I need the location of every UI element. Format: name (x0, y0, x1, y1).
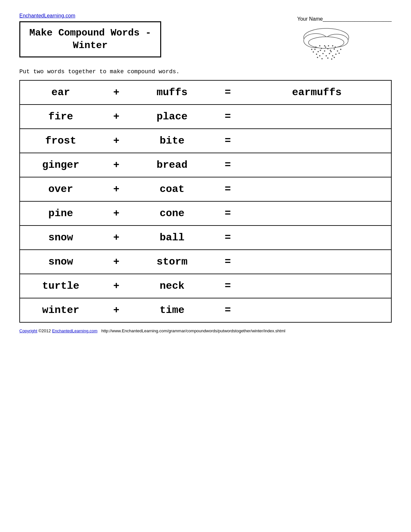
svg-point-9 (330, 51, 332, 52)
equals-cell: = (213, 177, 243, 201)
result-cell (243, 201, 391, 226)
word2-cell: neck (131, 274, 213, 298)
plus-cell: + (102, 201, 131, 226)
equals-cell: = (213, 201, 243, 226)
word2-cell: place (131, 105, 213, 129)
svg-point-16 (329, 53, 330, 54)
plus-cell: + (102, 177, 131, 201)
svg-point-25 (335, 46, 336, 48)
table-row: winter+time= (20, 298, 391, 322)
table-row: ginger+bread= (20, 153, 391, 177)
word2-cell: time (131, 298, 213, 322)
compound-table: ear+muffs=earmuffsfire+place=frost+bite=… (19, 80, 392, 323)
svg-point-23 (325, 46, 326, 48)
result-cell (243, 226, 391, 250)
result-cell: earmuffs (243, 80, 391, 105)
svg-point-7 (324, 50, 325, 52)
result-cell (243, 298, 391, 322)
title-box: Make Compound Words - Winter (19, 21, 161, 57)
word1-cell: winter (20, 298, 102, 322)
svg-point-8 (327, 48, 328, 49)
word1-cell: fire (20, 105, 102, 129)
title-line2: Winter (73, 40, 108, 51)
word1-cell: turtle (20, 274, 102, 298)
svg-point-18 (335, 54, 337, 55)
table-row: over+coat= (20, 177, 391, 201)
result-cell (243, 177, 391, 201)
word1-cell: snow (20, 226, 102, 250)
table-row: pine+cone= (20, 201, 391, 226)
footer-url: http://www.EnchantedLearning.com/grammar… (101, 328, 285, 333)
word2-cell: ball (131, 226, 213, 250)
word2-cell: bite (131, 129, 213, 153)
svg-point-20 (338, 53, 340, 54)
word2-cell: storm (131, 250, 213, 274)
svg-point-35 (332, 45, 333, 46)
plus-cell: + (102, 129, 131, 153)
word2-cell: cone (131, 201, 213, 226)
svg-point-32 (331, 58, 332, 60)
word1-cell: frost (20, 129, 102, 153)
svg-point-22 (330, 50, 331, 51)
equals-cell: = (213, 105, 243, 129)
word2-cell: coat (131, 177, 213, 201)
table-row: turtle+neck= (20, 274, 391, 298)
title-text: Make Compound Words - Winter (29, 27, 151, 52)
result-cell (243, 153, 391, 177)
svg-point-29 (327, 57, 328, 59)
word1-cell: ear (20, 80, 102, 105)
table-row: fire+place= (20, 105, 391, 129)
table-row: snow+storm= (20, 250, 391, 274)
footer-copyright: Copyright ©2012 EnchantedLearning.com (19, 328, 97, 333)
footer-site-link[interactable]: EnchantedLearning.com (52, 328, 97, 333)
word2-cell: bread (131, 153, 213, 177)
equals-cell: = (213, 250, 243, 274)
word2-cell: muffs (131, 80, 213, 105)
site-link-top[interactable]: EnchantedLearning.com (19, 13, 75, 19)
svg-point-10 (334, 48, 335, 50)
svg-point-34 (328, 45, 329, 46)
equals-cell: = (213, 153, 243, 177)
cloud-image (297, 25, 355, 61)
result-cell (243, 105, 391, 129)
footer: Copyright ©2012 EnchantedLearning.com ht… (19, 328, 392, 333)
svg-point-28 (317, 57, 318, 58)
svg-point-12 (316, 54, 317, 55)
table-row: ear+muffs=earmuffs (20, 80, 391, 105)
plus-cell: + (102, 250, 131, 274)
footer-copyright-link[interactable]: Copyright (19, 328, 37, 333)
result-cell (243, 250, 391, 274)
word1-cell: snow (20, 250, 102, 274)
svg-point-11 (337, 50, 338, 52)
svg-point-3 (308, 37, 344, 48)
svg-point-21 (320, 50, 321, 51)
svg-point-15 (326, 55, 327, 56)
plus-cell: + (102, 274, 131, 298)
your-name-line: Your Name________________________ (297, 16, 392, 22)
instruction-text: Put two words together to make compound … (19, 68, 392, 75)
svg-point-6 (321, 48, 322, 49)
table-row: snow+ball= (20, 226, 391, 250)
equals-cell: = (213, 274, 243, 298)
svg-point-19 (313, 51, 314, 53)
plus-cell: + (102, 153, 131, 177)
word1-cell: over (20, 177, 102, 201)
svg-point-4 (314, 49, 316, 50)
svg-point-36 (319, 45, 320, 46)
result-cell (243, 274, 391, 298)
svg-point-31 (321, 58, 323, 59)
equals-cell: = (213, 129, 243, 153)
table-row: frost+bite= (20, 129, 391, 153)
result-cell (243, 129, 391, 153)
plus-cell: + (102, 105, 131, 129)
equals-cell: = (213, 298, 243, 322)
svg-point-17 (332, 55, 333, 56)
top-section: EnchantedLearning.com Make Compound Word… (19, 13, 392, 61)
word1-cell: pine (20, 201, 102, 226)
right-header: Your Name________________________ (297, 13, 392, 61)
svg-point-33 (324, 45, 325, 46)
svg-point-24 (315, 46, 317, 48)
equals-cell: = (213, 80, 243, 105)
word1-cell: ginger (20, 153, 102, 177)
svg-point-14 (322, 53, 324, 54)
